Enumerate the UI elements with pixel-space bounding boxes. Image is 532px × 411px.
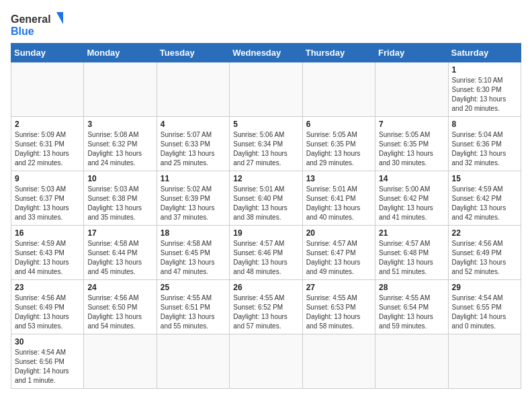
day-number: 13 [306,174,371,183]
day-number: 12 [233,174,298,183]
calendar-week-4: 16Sunrise: 4:59 AM Sunset: 6:43 PM Dayli… [11,226,521,280]
day-info: Sunrise: 4:57 AM Sunset: 6:47 PM Dayligh… [306,239,371,277]
calendar-cell: 7Sunrise: 5:05 AM Sunset: 6:35 PM Daylig… [375,117,448,171]
calendar-cell: 12Sunrise: 5:01 AM Sunset: 6:40 PM Dayli… [230,171,302,226]
day-number: 26 [233,283,298,292]
svg-marker-2 [56,12,63,24]
weekday-header-saturday: Saturday [448,44,521,62]
weekday-header-tuesday: Tuesday [157,44,229,62]
calendar-cell: 22Sunrise: 4:56 AM Sunset: 6:49 PM Dayli… [448,226,521,280]
day-number: 1 [452,65,517,75]
day-number: 27 [306,283,371,292]
calendar-week-3: 9Sunrise: 5:03 AM Sunset: 6:37 PM Daylig… [11,171,521,226]
day-number: 30 [15,337,80,347]
calendar-cell: 9Sunrise: 5:03 AM Sunset: 6:37 PM Daylig… [11,171,84,226]
day-info: Sunrise: 4:54 AM Sunset: 6:55 PM Dayligh… [452,293,517,331]
weekday-header-sunday: Sunday [11,44,84,62]
day-number: 11 [161,174,226,183]
svg-text:Blue: Blue [11,26,34,37]
calendar-cell: 2Sunrise: 5:09 AM Sunset: 6:31 PM Daylig… [11,117,84,171]
day-info: Sunrise: 5:01 AM Sunset: 6:41 PM Dayligh… [306,185,371,222]
day-info: Sunrise: 4:56 AM Sunset: 6:50 PM Dayligh… [87,293,152,331]
calendar-cell: 25Sunrise: 4:55 AM Sunset: 6:51 PM Dayli… [157,280,229,334]
day-info: Sunrise: 5:00 AM Sunset: 6:42 PM Dayligh… [379,185,444,222]
day-info: Sunrise: 5:08 AM Sunset: 6:32 PM Dayligh… [87,130,152,168]
calendar-week-5: 23Sunrise: 4:56 AM Sunset: 6:49 PM Dayli… [11,280,521,334]
calendar-cell: 3Sunrise: 5:08 AM Sunset: 6:32 PM Daylig… [84,117,157,171]
calendar-cell: 21Sunrise: 4:57 AM Sunset: 6:48 PM Dayli… [375,226,448,280]
calendar-cell: 13Sunrise: 5:01 AM Sunset: 6:41 PM Dayli… [302,171,375,226]
calendar-cell: 30Sunrise: 4:54 AM Sunset: 6:56 PM Dayli… [11,334,84,389]
day-info: Sunrise: 5:05 AM Sunset: 6:35 PM Dayligh… [379,130,444,168]
calendar-cell: 29Sunrise: 4:54 AM Sunset: 6:55 PM Dayli… [448,280,521,334]
calendar-cell: 17Sunrise: 4:58 AM Sunset: 6:44 PM Dayli… [84,226,157,280]
calendar-cell [448,334,521,389]
day-number: 10 [87,174,152,183]
day-info: Sunrise: 5:02 AM Sunset: 6:39 PM Dayligh… [161,185,226,222]
day-number: 20 [306,228,371,238]
calendar-cell: 20Sunrise: 4:57 AM Sunset: 6:47 PM Dayli… [302,226,375,280]
calendar-cell: 4Sunrise: 5:07 AM Sunset: 6:33 PM Daylig… [157,117,229,171]
calendar-cell [230,62,302,117]
calendar-cell: 24Sunrise: 4:56 AM Sunset: 6:50 PM Dayli… [84,280,157,334]
calendar-cell [157,334,229,389]
calendar-body: 1Sunrise: 5:10 AM Sunset: 6:30 PM Daylig… [11,62,521,389]
day-number: 4 [161,120,226,129]
day-number: 23 [15,283,80,292]
day-info: Sunrise: 4:54 AM Sunset: 6:56 PM Dayligh… [15,348,80,385]
calendar-table: SundayMondayTuesdayWednesdayThursdayFrid… [11,43,521,389]
day-number: 28 [379,283,444,292]
calendar-cell: 26Sunrise: 4:55 AM Sunset: 6:52 PM Dayli… [230,280,302,334]
day-number: 19 [233,228,298,238]
calendar-cell [84,62,157,117]
svg-text:General: General [11,13,51,25]
day-info: Sunrise: 4:55 AM Sunset: 6:51 PM Dayligh… [161,293,226,331]
calendar-cell: 19Sunrise: 4:57 AM Sunset: 6:46 PM Dayli… [230,226,302,280]
day-number: 7 [379,120,444,129]
calendar-cell [11,62,84,117]
calendar-week-1: 1Sunrise: 5:10 AM Sunset: 6:30 PM Daylig… [11,62,521,117]
day-number: 24 [87,283,152,292]
day-info: Sunrise: 4:59 AM Sunset: 6:42 PM Dayligh… [452,185,517,222]
day-number: 15 [452,174,517,183]
day-number: 21 [379,228,444,238]
logo-icon: GeneralBlue [11,11,64,38]
day-number: 8 [452,120,517,129]
calendar-cell: 11Sunrise: 5:02 AM Sunset: 6:39 PM Dayli… [157,171,229,226]
weekday-header-friday: Friday [375,44,448,62]
calendar-week-6: 30Sunrise: 4:54 AM Sunset: 6:56 PM Dayli… [11,334,521,389]
day-number: 2 [15,120,80,129]
day-info: Sunrise: 5:05 AM Sunset: 6:35 PM Dayligh… [306,130,371,168]
day-info: Sunrise: 5:10 AM Sunset: 6:30 PM Dayligh… [452,76,517,113]
calendar-cell [302,334,375,389]
day-number: 6 [306,120,371,129]
calendar-cell: 18Sunrise: 4:58 AM Sunset: 6:45 PM Dayli… [157,226,229,280]
day-info: Sunrise: 5:06 AM Sunset: 6:34 PM Dayligh… [233,130,298,168]
calendar-cell [375,334,448,389]
calendar-cell: 14Sunrise: 5:00 AM Sunset: 6:42 PM Dayli… [375,171,448,226]
day-info: Sunrise: 4:56 AM Sunset: 6:49 PM Dayligh… [15,293,80,331]
day-number: 9 [15,174,80,183]
day-number: 14 [379,174,444,183]
weekday-header-monday: Monday [84,44,157,62]
calendar-cell: 1Sunrise: 5:10 AM Sunset: 6:30 PM Daylig… [448,62,521,117]
calendar-cell [157,62,229,117]
calendar-cell: 15Sunrise: 4:59 AM Sunset: 6:42 PM Dayli… [448,171,521,226]
day-number: 25 [161,283,226,292]
weekday-header-thursday: Thursday [302,44,375,62]
day-info: Sunrise: 5:07 AM Sunset: 6:33 PM Dayligh… [161,130,226,168]
calendar-cell [84,334,157,389]
day-info: Sunrise: 4:57 AM Sunset: 6:46 PM Dayligh… [233,239,298,277]
calendar-cell: 6Sunrise: 5:05 AM Sunset: 6:35 PM Daylig… [302,117,375,171]
calendar-cell: 27Sunrise: 4:55 AM Sunset: 6:53 PM Dayli… [302,280,375,334]
day-info: Sunrise: 5:03 AM Sunset: 6:38 PM Dayligh… [87,185,152,222]
day-info: Sunrise: 4:57 AM Sunset: 6:48 PM Dayligh… [379,239,444,277]
page-header: GeneralBlue [11,11,521,38]
weekday-header-wednesday: Wednesday [230,44,302,62]
calendar-cell [375,62,448,117]
calendar-cell: 5Sunrise: 5:06 AM Sunset: 6:34 PM Daylig… [230,117,302,171]
day-number: 22 [452,228,517,238]
logo: GeneralBlue [11,11,64,38]
day-number: 29 [452,283,517,292]
day-number: 16 [15,228,80,238]
